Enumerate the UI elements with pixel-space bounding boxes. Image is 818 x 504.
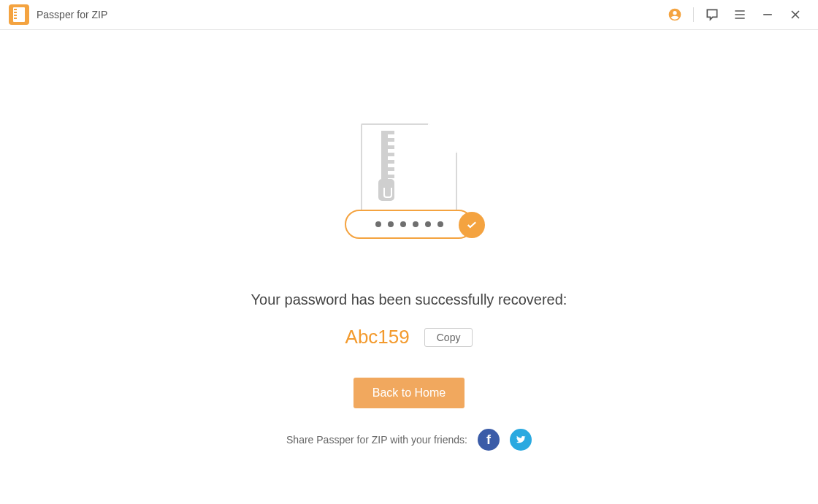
password-dots-pill: [345, 210, 473, 239]
titlebar: Passper for ZIP: [0, 0, 818, 30]
recovered-password: Abc159: [345, 326, 410, 348]
main-content: Your password has been successfully reco…: [0, 30, 818, 504]
share-text: Share Passper for ZIP with your friends:: [286, 434, 467, 446]
facebook-icon[interactable]: f: [478, 429, 500, 451]
app-title: Passper for ZIP: [37, 9, 107, 20]
password-row: Abc159 Copy: [345, 326, 473, 348]
share-row: Share Passper for ZIP with your friends:…: [286, 429, 532, 451]
check-icon: [459, 212, 485, 238]
twitter-icon[interactable]: [510, 429, 532, 451]
success-illustration: [345, 123, 473, 262]
success-message: Your password has been successfully reco…: [251, 291, 567, 308]
back-to-home-button[interactable]: Back to Home: [353, 378, 465, 408]
titlebar-divider: [693, 7, 694, 22]
minimize-icon[interactable]: [754, 1, 781, 28]
close-icon[interactable]: [781, 1, 809, 28]
account-icon[interactable]: [661, 1, 689, 28]
feedback-icon[interactable]: [698, 1, 726, 28]
app-logo-icon: [9, 4, 29, 25]
menu-icon[interactable]: [726, 1, 754, 28]
copy-button[interactable]: Copy: [424, 328, 473, 347]
